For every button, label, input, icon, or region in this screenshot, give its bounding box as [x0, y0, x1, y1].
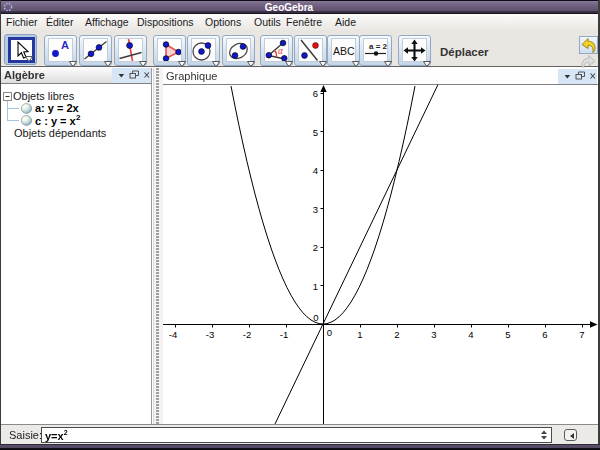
svg-text:α: α	[278, 46, 284, 56]
svg-text:2: 2	[76, 113, 81, 122]
svg-text:c : y = x: c : y = x	[35, 115, 77, 127]
svg-text:4: 4	[313, 165, 318, 176]
svg-text:1: 1	[357, 329, 362, 340]
svg-text:-1: -1	[280, 329, 288, 340]
svg-text:3: 3	[313, 204, 318, 215]
svg-text:5: 5	[505, 329, 510, 340]
svg-text:a = 2: a = 2	[369, 42, 387, 51]
svg-text:7: 7	[579, 329, 584, 340]
svg-text:3: 3	[431, 329, 436, 340]
svg-text:-3: -3	[206, 329, 214, 340]
svg-text:2: 2	[313, 242, 318, 253]
svg-text:Objets dépendants: Objets dépendants	[14, 127, 107, 139]
svg-text:1: 1	[313, 281, 318, 292]
svg-text:a: y = 2x: a: y = 2x	[35, 102, 80, 114]
svg-text:2: 2	[394, 329, 399, 340]
svg-text:4: 4	[468, 329, 473, 340]
svg-text:-4: -4	[169, 329, 177, 340]
svg-text:-2: -2	[243, 329, 251, 340]
svg-text:6: 6	[313, 88, 318, 99]
svg-text:ABC: ABC	[333, 45, 355, 57]
svg-text:0: 0	[327, 327, 332, 338]
svg-text:5: 5	[313, 127, 318, 138]
svg-text:6: 6	[542, 329, 547, 340]
svg-text:A: A	[61, 39, 69, 51]
svg-text:Objets libres: Objets libres	[13, 90, 75, 102]
